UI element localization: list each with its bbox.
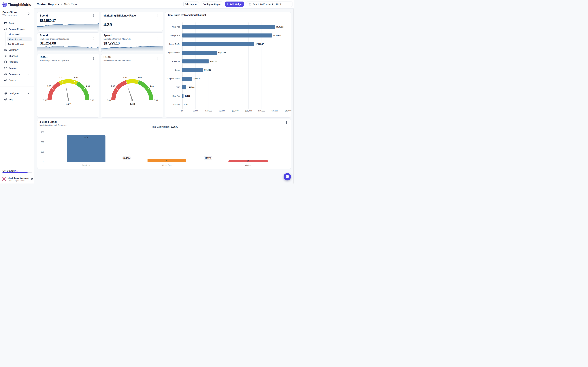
svg-text:3.00: 3.00 [74, 76, 78, 79]
svg-text:5.00: 5.00 [90, 99, 94, 101]
svg-text:4.00: 4.00 [86, 85, 90, 87]
svg-text:2.00: 2.00 [123, 76, 127, 79]
svg-text:1.98: 1.98 [130, 102, 135, 106]
svg-text:Orders: Orders [245, 164, 251, 166]
svg-text:2.00: 2.00 [59, 76, 63, 79]
svg-text:1.00: 1.00 [47, 85, 51, 87]
svg-text:0.00: 0.00 [107, 99, 111, 101]
svg-text:1,415.08: 1,415.08 [187, 86, 194, 88]
svg-text:Referrals: Referrals [172, 60, 180, 63]
svg-text:Email: Email [175, 69, 180, 71]
svg-text:500: 500 [41, 141, 44, 143]
svg-text:$35,000: $35,000 [272, 110, 278, 112]
svg-text:250: 250 [41, 151, 44, 153]
svg-text:Organic Social: Organic Social [167, 78, 180, 80]
svg-text:Google Ads: Google Ads [170, 34, 180, 37]
svg-text:750: 750 [41, 131, 44, 133]
svg-text:1.00: 1.00 [111, 85, 115, 87]
svg-text:454.22: 454.22 [185, 95, 190, 97]
svg-text:0: 0 [43, 161, 44, 163]
svg-text:3,748.81: 3,748.81 [193, 78, 201, 80]
svg-text:33,835.52: 33,835.52 [273, 34, 281, 37]
svg-text:2.22: 2.22 [66, 102, 71, 106]
svg-text:35,053.2: 35,053.2 [276, 26, 284, 28]
svg-text:5.00: 5.00 [154, 99, 158, 101]
svg-text:$10,000: $10,000 [206, 110, 212, 112]
svg-text:0.00: 0.00 [43, 99, 47, 101]
svg-text:27,220.47: 27,220.47 [256, 43, 264, 45]
svg-text:36: 36 [247, 160, 249, 162]
svg-text:Bing Ads: Bing Ads [173, 95, 180, 97]
svg-text:75: 75 [166, 159, 168, 161]
svg-text:4.00: 4.00 [150, 85, 154, 87]
svg-text:$0: $0 [181, 110, 183, 112]
svg-text:Direct Traffic: Direct Traffic [169, 43, 180, 45]
svg-text:$5,000: $5,000 [193, 110, 199, 112]
svg-text:7,716.07: 7,716.07 [204, 69, 211, 71]
svg-text:$15,000: $15,000 [219, 110, 225, 112]
svg-text:Organic Search: Organic Search [167, 52, 180, 54]
svg-text:Meta Ads: Meta Ads [172, 26, 180, 28]
svg-text:SMS: SMS [176, 86, 180, 88]
svg-text:Sessions: Sessions [82, 164, 90, 166]
svg-text:13,017.45: 13,017.45 [218, 52, 226, 54]
svg-text:3.00: 3.00 [138, 76, 142, 79]
svg-text:$20,000: $20,000 [232, 110, 239, 112]
svg-text:673: 673 [85, 136, 88, 138]
svg-text:$25,000: $25,000 [245, 110, 252, 112]
svg-text:Add to Carts: Add to Carts [162, 164, 172, 166]
svg-text:9,962.54: 9,962.54 [210, 60, 217, 63]
svg-text:$30,000: $30,000 [258, 110, 265, 112]
svg-text:21.91: 21.91 [184, 104, 188, 106]
svg-text:$40,000: $40,000 [285, 110, 292, 112]
svg-text:ChatGPT: ChatGPT [172, 104, 180, 106]
